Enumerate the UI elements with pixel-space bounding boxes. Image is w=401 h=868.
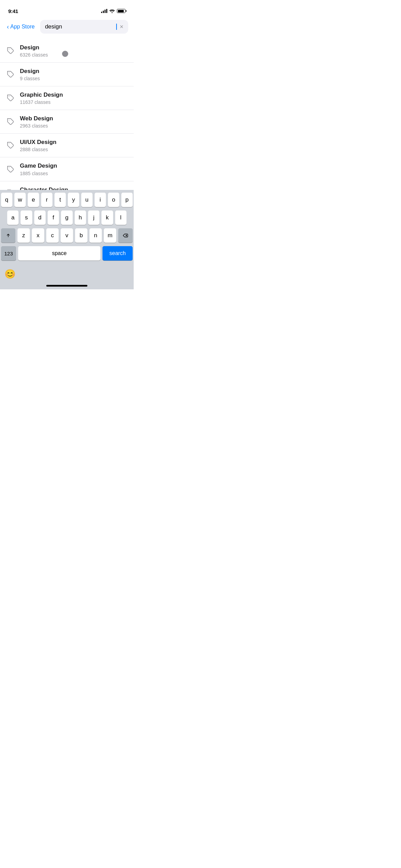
key-g[interactable]: g — [61, 210, 72, 225]
results-list: Design 6326 classes Design 9 classes Gra… — [0, 36, 134, 192]
tag-icon — [7, 47, 14, 55]
result-title: Web Design — [20, 115, 53, 122]
emoji-key[interactable]: 😊 — [4, 267, 16, 281]
keyboard-row-1: q w e r t y u i o p — [1, 193, 133, 207]
status-icons — [101, 9, 125, 13]
key-v[interactable]: v — [61, 228, 73, 243]
result-content: Game Design 1885 classes — [20, 162, 57, 176]
key-l[interactable]: l — [115, 210, 126, 225]
search-input[interactable]: design — [45, 23, 113, 30]
battery-icon — [117, 9, 125, 13]
list-item[interactable]: Game Design 1885 classes — [0, 157, 134, 181]
tag-icon — [7, 118, 14, 125]
back-chevron-icon: ‹ — [7, 23, 9, 31]
result-subtitle: 9 classes — [20, 76, 40, 81]
result-content: Design 6326 classes — [20, 44, 48, 58]
result-subtitle: 6326 classes — [20, 52, 48, 58]
key-x[interactable]: x — [32, 228, 44, 243]
keyboard-row-3: z x c v b n m — [1, 228, 133, 243]
result-content: Graphic Design 11637 classes — [20, 91, 63, 105]
dot-indicator — [62, 51, 68, 57]
key-a[interactable]: a — [7, 210, 19, 225]
status-bar: 9:41 — [0, 0, 134, 17]
result-title: Design — [20, 68, 40, 75]
result-title: Design — [20, 44, 48, 51]
key-w[interactable]: w — [14, 193, 26, 207]
list-item[interactable]: UI/UX Design 2888 classes — [0, 134, 134, 157]
clear-button[interactable]: × — [120, 24, 123, 30]
key-h[interactable]: h — [75, 210, 86, 225]
tag-icon — [7, 142, 14, 149]
key-o[interactable]: o — [108, 193, 119, 207]
result-title: Game Design — [20, 162, 57, 170]
list-item[interactable]: Design 9 classes — [0, 63, 134, 86]
key-d[interactable]: d — [34, 210, 46, 225]
tag-icon — [7, 71, 14, 78]
key-j[interactable]: j — [88, 210, 99, 225]
numeric-key[interactable]: 123 — [1, 246, 16, 261]
result-title: Graphic Design — [20, 91, 63, 99]
result-subtitle: 2963 classes — [20, 123, 53, 129]
wifi-icon — [109, 9, 115, 13]
key-p[interactable]: p — [121, 193, 133, 207]
result-subtitle: 2888 classes — [20, 147, 57, 152]
key-k[interactable]: k — [101, 210, 113, 225]
tag-icon — [7, 166, 14, 173]
tag-icon — [7, 94, 14, 102]
result-content: UI/UX Design 2888 classes — [20, 138, 57, 152]
result-title: UI/UX Design — [20, 138, 57, 146]
key-b[interactable]: b — [75, 228, 87, 243]
space-key[interactable]: space — [18, 246, 100, 261]
list-item[interactable]: Graphic Design 11637 classes — [0, 86, 134, 110]
status-time: 9:41 — [8, 8, 18, 14]
key-z[interactable]: z — [17, 228, 30, 243]
key-c[interactable]: c — [46, 228, 59, 243]
delete-key[interactable] — [118, 228, 133, 243]
key-u[interactable]: u — [81, 193, 93, 207]
search-bar[interactable]: design × — [40, 20, 128, 34]
nav-bar: ‹ App Store design × — [0, 17, 134, 36]
key-r[interactable]: r — [41, 193, 52, 207]
keyboard-row-2: a s d f g h j k l — [1, 210, 133, 225]
home-indicator — [46, 285, 87, 287]
key-y[interactable]: y — [68, 193, 79, 207]
key-n[interactable]: n — [89, 228, 102, 243]
back-label: App Store — [10, 24, 35, 30]
shift-key[interactable] — [1, 228, 15, 243]
key-f[interactable]: f — [48, 210, 59, 225]
key-q[interactable]: q — [1, 193, 12, 207]
search-cursor — [116, 24, 117, 30]
key-t[interactable]: t — [54, 193, 66, 207]
result-subtitle: 1885 classes — [20, 171, 57, 176]
signal-bars-icon — [101, 9, 107, 13]
bottom-bar: 😊 — [1, 264, 133, 288]
keyboard-bottom-row: 123 space search — [1, 246, 133, 261]
result-content: Design 9 classes — [20, 68, 40, 81]
result-content: Web Design 2963 classes — [20, 115, 53, 129]
key-e[interactable]: e — [28, 193, 39, 207]
back-button[interactable]: ‹ App Store — [5, 22, 36, 32]
key-m[interactable]: m — [104, 228, 116, 243]
result-subtitle: 11637 classes — [20, 99, 63, 105]
key-s[interactable]: s — [21, 210, 32, 225]
key-i[interactable]: i — [95, 193, 106, 207]
search-key[interactable]: search — [102, 246, 133, 261]
keyboard: q w e r t y u i o p a s d f g h j k l z … — [0, 190, 134, 289]
list-item[interactable]: Web Design 2963 classes — [0, 110, 134, 134]
